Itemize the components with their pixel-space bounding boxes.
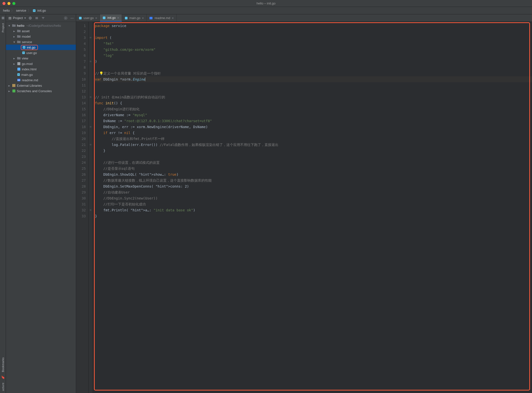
close-window-button[interactable] — [2, 2, 5, 5]
svg-point-25 — [19, 74, 19, 75]
tree-file-user-go[interactable]: user.go — [6, 50, 76, 56]
minimize-window-button[interactable] — [7, 2, 10, 5]
breadcrumb-root[interactable]: hello — [3, 9, 10, 12]
svg-rect-33 — [103, 16, 106, 19]
svg-point-15 — [24, 47, 25, 48]
svg-rect-20 — [17, 57, 19, 58]
svg-rect-30 — [15, 84, 15, 87]
project-tree[interactable]: ▾ hello ~/Code/goRoot/src/hello ▸ asset … — [6, 22, 76, 95]
editor-tabs: user.go × init.go × main.go × readme.md … — [76, 14, 532, 22]
go-file-icon — [17, 73, 20, 76]
tree-folder-model[interactable]: ▸ model — [6, 34, 76, 39]
project-view-icon: ▤ — [8, 16, 11, 20]
svg-rect-22 — [17, 68, 20, 71]
window-controls — [2, 2, 15, 5]
markdown-file-icon: MD — [17, 78, 21, 82]
project-sidebar: ▤ Project ▾ — ▾ hello ~/Code/goRoot/src/… — [6, 14, 76, 393]
tree-file-index-html[interactable]: index.html — [6, 66, 76, 72]
close-tab-icon[interactable]: × — [142, 16, 144, 20]
svg-text:MD: MD — [18, 79, 20, 81]
svg-rect-28 — [12, 84, 13, 87]
dropdown-icon[interactable]: ▾ — [24, 16, 26, 20]
chevron-right-icon[interactable]: ▸ — [12, 35, 16, 38]
chevron-right-icon[interactable]: ▸ — [12, 29, 16, 33]
svg-rect-34 — [125, 17, 128, 19]
breadcrumb-sep-icon: 〉 — [11, 8, 14, 13]
project-folder-icon — [12, 24, 16, 28]
editor-body[interactable]: 1234567891011121314151617181920212223242… — [76, 22, 532, 393]
close-tab-icon[interactable]: × — [117, 16, 119, 20]
svg-point-14 — [23, 47, 24, 48]
hide-panel-button[interactable]: — — [70, 16, 74, 20]
tree-file-init-go[interactable]: init.go — [6, 45, 76, 50]
svg-rect-29 — [14, 84, 15, 87]
bookmarks-tool-label[interactable]: Bookmarks — [1, 357, 4, 372]
html-file-icon — [17, 67, 21, 71]
svg-point-4 — [65, 18, 66, 19]
tree-root-label: hello — [17, 24, 24, 28]
svg-rect-12 — [17, 41, 19, 41]
go-file-icon — [32, 9, 36, 12]
tab-readme-md[interactable]: readme.md × — [147, 14, 176, 22]
tree-external-libraries[interactable]: ▸ External Libraries — [6, 83, 76, 88]
svg-point-24 — [18, 74, 18, 75]
project-tool-label[interactable]: Project — [1, 23, 4, 32]
svg-rect-10 — [17, 35, 19, 36]
tree-file-readme-md[interactable]: MD readme.md — [6, 77, 76, 83]
code-content[interactable]: package service import ( "fmt" "github.c… — [95, 23, 532, 219]
svg-rect-21 — [17, 62, 20, 65]
tool-window-rail: ▦ Project Bookmarks 🔖 ucture — [0, 14, 6, 393]
go-file-icon — [102, 16, 106, 20]
tree-scratches[interactable]: ▸ Scratches and Consoles — [6, 88, 76, 94]
breadcrumb-sep-icon: 〉 — [28, 8, 31, 13]
svg-rect-6 — [12, 24, 14, 25]
zoom-window-button[interactable] — [12, 2, 15, 5]
svg-rect-23 — [17, 73, 20, 76]
chevron-right-icon[interactable]: ▸ — [7, 84, 11, 87]
close-tab-icon[interactable]: × — [95, 16, 97, 20]
editor-area: user.go × init.go × main.go × readme.md … — [76, 14, 532, 393]
settings-icon[interactable] — [63, 16, 68, 20]
window-title: hello – init.go — [0, 1, 532, 5]
tree-file-go-mod[interactable]: ▸ go.mod — [6, 61, 76, 66]
close-tab-icon[interactable]: × — [172, 16, 174, 20]
folder-icon — [17, 29, 21, 33]
collapse-all-button[interactable] — [41, 16, 45, 20]
svg-rect-31 — [12, 89, 15, 92]
chevron-right-icon[interactable]: ▸ — [7, 89, 11, 93]
tab-main-go[interactable]: main.go × — [122, 14, 147, 22]
svg-rect-8 — [17, 30, 19, 30]
chevron-down-icon[interactable]: ▾ — [7, 24, 11, 28]
markdown-file-icon — [149, 16, 153, 20]
titlebar: hello – init.go — [0, 0, 532, 7]
line-number-gutter: 1234567891011121314151617181920212223242… — [76, 22, 89, 393]
go-file-icon — [22, 46, 26, 49]
libraries-icon — [12, 84, 16, 87]
breadcrumb-folder[interactable]: service — [16, 9, 26, 12]
bookmarks-tool-icon[interactable]: 🔖 — [1, 375, 5, 379]
tab-init-go[interactable]: init.go × — [100, 14, 122, 22]
tree-folder-service[interactable]: ▾ service — [6, 39, 76, 45]
select-opened-file-button[interactable] — [28, 16, 32, 20]
project-tool-icon[interactable]: ▦ — [1, 16, 4, 20]
folder-icon — [17, 40, 21, 44]
svg-rect-35 — [149, 17, 152, 19]
structure-tool-label[interactable]: ucture — [1, 383, 4, 391]
tree-root[interactable]: ▾ hello ~/Code/goRoot/src/hello — [6, 23, 76, 28]
chevron-right-icon[interactable]: ▸ — [12, 56, 16, 60]
gomod-file-icon — [17, 62, 21, 66]
svg-rect-13 — [23, 46, 26, 49]
svg-rect-16 — [22, 52, 25, 54]
chevron-down-icon[interactable]: ▾ — [12, 40, 16, 44]
project-view-label[interactable]: Project — [13, 16, 23, 20]
tab-user-go[interactable]: user.go × — [76, 14, 100, 22]
go-file-icon — [79, 16, 82, 20]
breadcrumb-file[interactable]: init.go — [37, 9, 46, 12]
tree-folder-view[interactable]: ▸ view — [6, 56, 76, 61]
tree-folder-asset[interactable]: ▸ asset — [6, 28, 76, 34]
tree-file-main-go[interactable]: main.go — [6, 72, 76, 77]
svg-point-17 — [23, 53, 23, 53]
svg-point-18 — [24, 53, 24, 53]
fold-gutter[interactable]: ⊖⊖⊖⊖⊖⊖ — [89, 22, 93, 393]
expand-all-button[interactable] — [34, 16, 39, 20]
